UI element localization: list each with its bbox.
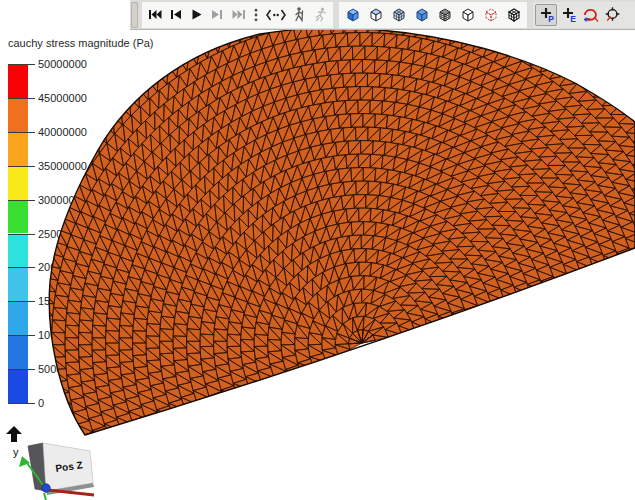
quad-mesh-cube-icon [506, 7, 522, 23]
play-icon [190, 8, 203, 21]
wireframe-mesh-view-button[interactable] [433, 3, 456, 27]
rotate-view-button[interactable] [579, 3, 601, 27]
flat-shaded-view-button[interactable] [410, 3, 433, 27]
feature-edges-view-button[interactable] [479, 3, 502, 27]
shaded-mesh-cube-icon [391, 7, 407, 23]
outline-view-button[interactable] [456, 3, 479, 27]
z-axis-ball [42, 484, 50, 492]
y-axis-label: y [13, 446, 19, 458]
more-options-button[interactable] [249, 3, 263, 27]
fea-mesh [0, 0, 635, 500]
shaded-cube-icon [345, 7, 361, 23]
running-person-icon [313, 7, 328, 22]
select-elements-button[interactable]: E [557, 3, 579, 27]
shaded-mesh-view-button[interactable] [387, 3, 410, 27]
walking-person-icon [293, 7, 306, 22]
step-forward-button[interactable] [207, 3, 228, 27]
zoom-to-target-icon [604, 6, 621, 23]
outline-cube-icon [460, 7, 476, 23]
run-mode-button[interactable] [310, 3, 331, 27]
vertical-dots-icon [254, 8, 258, 22]
hidden-line-view-button[interactable] [364, 3, 387, 27]
orientation-triad[interactable]: Pos Z y [0, 434, 110, 500]
walk-mode-button[interactable] [289, 3, 310, 27]
playback-group [142, 2, 333, 28]
step-back-button[interactable] [165, 3, 186, 27]
feature-edges-cube-icon [483, 7, 499, 23]
select-elements-letter: E [570, 14, 576, 23]
toolbar-drag-handle[interactable] [131, 2, 138, 28]
select-points-icon: P [538, 6, 555, 23]
select-points-letter: P [548, 14, 554, 23]
select-points-button[interactable]: P [535, 4, 557, 26]
hidden-line-cube-icon [368, 7, 384, 23]
flat-cube-icon [414, 7, 430, 23]
render-mode-group [339, 2, 527, 28]
viewport-3d[interactable] [0, 0, 635, 500]
time-range-icon [266, 9, 286, 21]
main-toolbar: P E [130, 0, 635, 30]
y-axis-lower-segment [44, 493, 46, 500]
shaded-view-button[interactable] [341, 3, 364, 27]
selection-group: P E [533, 2, 635, 28]
rotate-view-icon [581, 6, 600, 23]
time-range-button[interactable] [263, 3, 289, 27]
quad-mesh-view-button[interactable] [502, 3, 525, 27]
select-elements-icon: E [560, 6, 577, 23]
skip-to-start-icon [148, 8, 162, 21]
skip-to-end-button[interactable] [228, 3, 249, 27]
skip-to-start-button[interactable] [144, 3, 165, 27]
step-forward-icon [211, 8, 224, 21]
skip-to-end-icon [232, 8, 246, 21]
wireframe-mesh-cube-icon [437, 7, 453, 23]
zoom-to-target-button[interactable] [601, 3, 623, 27]
step-back-icon [169, 8, 182, 21]
play-button[interactable] [186, 3, 207, 27]
